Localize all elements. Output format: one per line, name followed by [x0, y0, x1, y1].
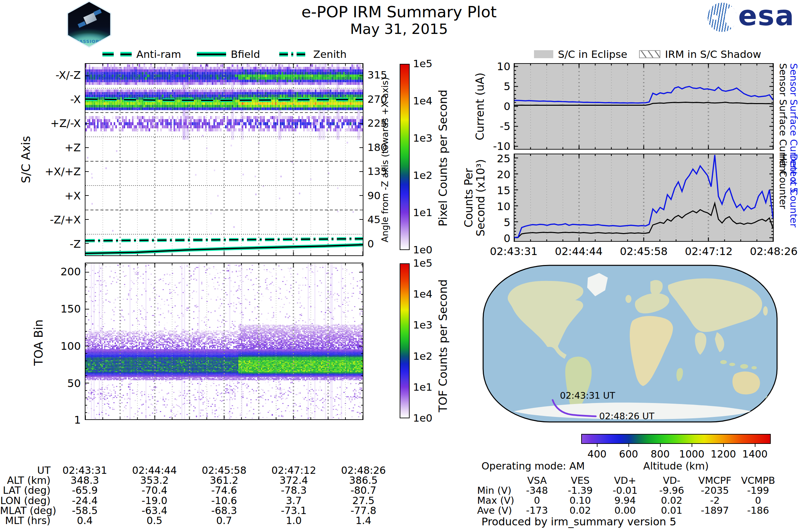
voltage-column-header: VES [557, 475, 604, 486]
colorbar-tick-label: 1e0 [413, 412, 433, 424]
satellite-icon [83, 13, 97, 25]
hatch-swatch-icon [639, 50, 660, 58]
pixel-counts-colorbar [400, 64, 410, 250]
sc-axis-band-label: -Z [26, 238, 81, 250]
sc-axis-band-label: +Z [26, 141, 81, 154]
counters-ytick-label: 10 [479, 200, 510, 213]
colorbar-tick-label: 1e3 [413, 319, 433, 331]
toa-ytick-label: 1 [50, 414, 81, 426]
legend-bfield-label: Bfield [231, 48, 260, 60]
sc-axis-band-label: +X/+Z [26, 165, 81, 178]
legend-zenith-label: Zenith [313, 48, 346, 60]
colorbar-tick-label: 1e4 [413, 288, 433, 300]
voltage-cell: -1897 [691, 505, 738, 516]
voltage-cell: 9.94 [602, 495, 648, 506]
counters-ytick-label: 15 [479, 184, 510, 197]
ephemeris-cell: 0.7 [188, 515, 261, 526]
bfield-line-icon [197, 51, 226, 58]
voltage-row-label: Ave (V) [477, 505, 512, 516]
voltage-column-header: VSA [514, 475, 560, 486]
counts-ylabel-line1: Counts Per [462, 154, 475, 242]
right-time-tick-label: 02:44:44 [542, 245, 615, 258]
counters-ytick-label: 0 [479, 232, 510, 245]
ephemeris-cell: 0.5 [118, 515, 191, 526]
voltage-column-header: VD+ [602, 475, 648, 486]
legend-irm-shadow: IRM in S/C Shadow [639, 49, 761, 60]
voltage-cell: 0.02 [648, 495, 695, 506]
voltage-column-header: VCMPB [735, 475, 781, 486]
surface-current-svg [514, 64, 773, 149]
current-ytick-label: -5 [479, 120, 510, 133]
esa-globe-icon [707, 3, 737, 32]
tof-counts-colorbar-title: TOF Counts per Second [436, 276, 450, 416]
right-time-tick-label: 02:45:58 [607, 245, 680, 258]
sc-axis-band-label: -X/-Z [26, 69, 81, 81]
toa-ytick-label: 150 [50, 303, 81, 315]
voltage-cell: -2035 [691, 485, 738, 496]
esa-logo-text: esa [738, 0, 795, 32]
world-map: 02:43:31 UT 02:48:26 UT [482, 264, 778, 423]
altitude-tick-mark [660, 444, 661, 447]
zenith-line-icon [279, 51, 308, 58]
colorbar-tick-label: 1e2 [413, 350, 433, 362]
operating-mode-text: Operating mode: AM [481, 460, 585, 472]
ephemeris-cell: 1.4 [327, 515, 400, 526]
eclipse-swatch-icon [534, 50, 553, 58]
voltage-cell: -9.96 [648, 485, 695, 496]
page-subtitle-date: May 31, 2015 [233, 21, 565, 37]
sc-axis-band-label: +X [26, 190, 81, 202]
altitude-tick-mark [597, 444, 597, 447]
voltage-cell: 0.01 [648, 505, 695, 516]
track-start-label: 02:43:31 UT [560, 391, 615, 401]
angle-axis-label: Angle from -Z axis (towards +X axis) [380, 66, 390, 253]
colorbar-tick-label: 1e1 [413, 207, 433, 218]
voltage-column-header: VMCPF [691, 475, 738, 486]
detect-counter-label: Detect Counter [788, 154, 798, 340]
voltage-column-header: VD- [648, 475, 695, 486]
produced-by-text: Produced by irm_summary version 5 [481, 515, 676, 528]
sc-axis-spectrogram-plot [85, 63, 363, 256]
current-ytick-label: 10 [479, 60, 510, 73]
counters-ytick-label: 20 [479, 168, 510, 181]
current-ytick-label: 5 [479, 80, 510, 93]
voltage-cell: -1.39 [557, 485, 604, 496]
mission-patch-label: CASSIOPE [65, 39, 113, 44]
right-time-tick-label: 02:43:31 [477, 245, 550, 258]
counters-ytick-label: 5 [479, 216, 510, 229]
voltage-cell: -186 [735, 505, 781, 516]
altitude-colorbar-title: Altitude (km) [626, 460, 726, 472]
voltage-cell: 0.10 [557, 495, 604, 506]
altitude-tick-label: 1400 [735, 448, 775, 460]
colorbar-tick-label: 1e1 [413, 381, 433, 393]
ephemeris-cell: 0.4 [48, 515, 121, 526]
colorbar-tick-label: 1e0 [413, 244, 433, 256]
tof-counts-colorbar [400, 263, 410, 418]
legend-eclipse-label: S/C in Eclipse [558, 48, 627, 60]
colorbar-tick-label: 1e4 [413, 95, 433, 107]
voltage-cell: -0.01 [602, 485, 648, 496]
ephemeris-row-label: MLT (hrs) [0, 515, 51, 526]
colorbar-tick-label: 1e5 [413, 257, 433, 269]
altitude-tick-mark [755, 444, 756, 447]
legend-anti-ram-label: Anti-ram [136, 48, 181, 60]
toa-ylabel: TOA Bin [32, 292, 45, 392]
angle-tick-label: 90 [367, 190, 380, 202]
legend-anti-ram: Anti-ram [102, 49, 181, 60]
counters-ytick-label: 25 [479, 152, 510, 165]
colorbar-tick-label: 1e2 [413, 169, 433, 181]
angle-tick-label: 45 [367, 213, 380, 225]
toa-ytick-label: 100 [50, 340, 81, 353]
voltage-row-label: Max (V) [477, 495, 514, 506]
voltage-cell: -2 [691, 495, 738, 506]
toa-overlay [86, 263, 363, 419]
altitude-tick-mark [691, 444, 692, 447]
ephemeris-cell: 1.0 [258, 515, 330, 526]
colorbar-tick-label: 1e3 [413, 132, 433, 144]
voltage-row-label: Min (V) [477, 485, 511, 496]
voltage-cell: -348 [514, 485, 560, 496]
sc-axis-band-label: -Z/+X [26, 213, 81, 226]
sc-axis-band-label: +Z/-X [26, 117, 81, 130]
altitude-tick-mark [628, 444, 629, 447]
page-title: e-POP IRM Summary Plot [233, 3, 565, 21]
legend-zenith: Zenith [279, 49, 346, 60]
